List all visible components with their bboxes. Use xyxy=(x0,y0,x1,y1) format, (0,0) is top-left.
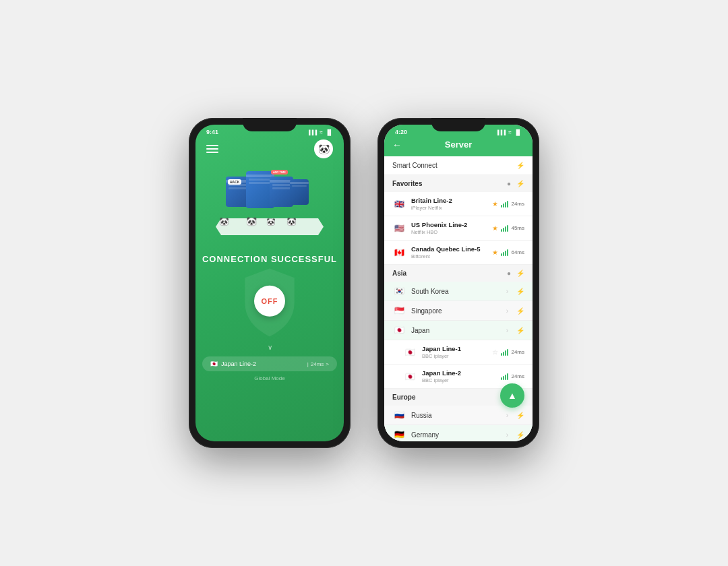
favorites-label: Favorites xyxy=(392,180,422,187)
left-phone: 9:41 ▐▐▐ ≈ ▐▌ 🐼 xyxy=(189,118,351,448)
favorites-bolt-icon: ⚡ xyxy=(516,180,524,187)
battery-right: ▐▌ xyxy=(514,129,522,135)
country-germany[interactable]: 🇩🇪 Germany › ⚡ xyxy=(384,425,533,441)
smart-connect-row[interactable]: Smart Connect ⚡ xyxy=(384,156,533,175)
left-header: 🐼 xyxy=(195,137,344,164)
us-info: US Phoenix Line-2 Netflix HBO xyxy=(411,221,487,235)
server-name-left: Japan Line-2 xyxy=(221,360,256,367)
status-icons-right: ▐▐▐ ≈ ▐▌ xyxy=(495,129,522,135)
singapore-chevron: › xyxy=(506,307,508,315)
panda-2: 🐼 xyxy=(246,216,257,226)
japan1-signal xyxy=(501,349,508,356)
britain-name: Britain Line-2 xyxy=(411,197,487,204)
fab-icon: ▲ xyxy=(508,390,517,401)
back-arrow[interactable]: ← xyxy=(392,139,402,150)
europe-label: Europe xyxy=(392,394,415,401)
flag-japan-2: 🇯🇵 xyxy=(403,372,417,381)
server-title: Server xyxy=(445,139,472,150)
flag-japan-1: 🇯🇵 xyxy=(403,348,417,357)
connection-text: CONNECTION SUCCESSFUL xyxy=(195,254,344,264)
flag-russia: 🇷🇺 xyxy=(392,410,406,420)
russia-chevron: › xyxy=(506,412,508,419)
right-phone: 4:20 ▐▐▐ ≈ ▐▌ ← Server Smart Connect ⚡ xyxy=(377,118,539,448)
south-korea-name: South Korea xyxy=(411,288,501,295)
japan-bolt: ⚡ xyxy=(516,327,524,334)
time-left: 9:41 xyxy=(206,129,218,135)
panda-4: 🐼 xyxy=(286,217,297,226)
shield-area: OFF xyxy=(195,265,344,340)
canada-latency: 64ms xyxy=(511,249,524,255)
country-russia[interactable]: 🇷🇺 Russia › ⚡ xyxy=(384,406,533,425)
wifi-left: ≈ xyxy=(320,129,322,135)
country-south-korea[interactable]: 🇰🇷 South Korea › ⚡ xyxy=(384,282,533,301)
favorites-dot-icon: ● xyxy=(507,180,511,187)
off-button[interactable]: OFF xyxy=(254,286,285,317)
japan-chevron: › xyxy=(506,327,508,334)
asia-dot-icon: ● xyxy=(507,270,511,277)
battery-left: ▐▌ xyxy=(326,129,333,135)
us-star: ★ xyxy=(492,224,498,232)
wifi-right: ≈ xyxy=(508,129,511,135)
fab-scroll-top[interactable]: ▲ xyxy=(500,383,524,408)
smart-connect-label: Smart Connect xyxy=(392,162,437,169)
britain-latency: 24ms xyxy=(511,201,524,207)
japan2-meta: 24ms xyxy=(501,373,524,380)
illustration-area: HACK ANY TIME 🐼 🐼 🐼 🐼 xyxy=(195,161,344,249)
status-icons-left: ▐▐▐ ≈ ▐▌ xyxy=(307,129,333,135)
us-meta: ★ 45ms xyxy=(492,224,524,232)
flag-south-korea: 🇰🇷 xyxy=(392,286,406,296)
signal-right: ▐▐▐ xyxy=(495,130,506,135)
off-label: OFF xyxy=(262,297,278,305)
panda-3: 🐼 xyxy=(266,218,276,226)
smart-connect-bolt: ⚡ xyxy=(516,162,524,169)
flag-britain: 🇬🇧 xyxy=(392,199,406,209)
notch-right xyxy=(431,118,485,131)
panda-avatar[interactable]: 🐼 xyxy=(314,139,333,158)
server-item-japan-1[interactable]: 🇯🇵 Japan Line-1 BBC iplayer ☆ 24ms xyxy=(384,340,533,365)
britain-signal xyxy=(501,201,508,208)
server-item-canada[interactable]: 🇨🇦 Canada Quebec Line-5 Bittorent ★ 64ms xyxy=(384,241,533,265)
britain-meta: ★ 24ms xyxy=(492,200,524,208)
asia-bolt-icon: ⚡ xyxy=(516,270,524,277)
server-item-britain[interactable]: 🇬🇧 Britain Line-2 iPlayer Netflix ★ 24ms xyxy=(384,192,533,216)
singapore-bolt: ⚡ xyxy=(516,307,524,315)
japan2-name: Japan Line-2 xyxy=(422,369,495,377)
time-right: 4:20 xyxy=(395,129,407,135)
germany-name: Germany xyxy=(411,431,501,439)
flag-canada: 🇨🇦 xyxy=(392,248,406,257)
signal-left: ▐▐▐ xyxy=(307,130,317,135)
canada-info: Canada Quebec Line-5 Bittorent xyxy=(411,245,487,259)
germany-chevron: › xyxy=(506,431,508,439)
japan2-signal xyxy=(501,373,508,380)
server-bar-meta: | 24ms > xyxy=(307,361,329,367)
menu-icon[interactable] xyxy=(206,145,218,153)
server-bar[interactable]: 🇯🇵 Japan Line-2 | 24ms > xyxy=(202,356,337,371)
japan1-meta: ☆ 24ms xyxy=(492,348,524,356)
canada-meta: ★ 64ms xyxy=(492,249,524,256)
japan1-sub: BBC iplayer xyxy=(422,353,487,359)
japan1-name: Japan Line-1 xyxy=(422,345,487,352)
japan-name: Japan xyxy=(411,327,501,334)
country-singapore[interactable]: 🇸🇬 Singapore › ⚡ xyxy=(384,301,533,321)
favorites-icons: ● ⚡ xyxy=(507,180,524,187)
canada-star: ★ xyxy=(492,249,498,256)
anytime-tag: ANY TIME xyxy=(271,170,288,175)
britain-star: ★ xyxy=(492,200,498,208)
south-korea-chevron: › xyxy=(506,288,508,295)
canada-signal xyxy=(501,249,508,256)
notch-left xyxy=(243,118,297,131)
server-item-us[interactable]: 🇺🇸 US Phoenix Line-2 Netflix HBO ★ 45ms xyxy=(384,216,533,241)
japan1-star: ☆ xyxy=(492,348,498,356)
japan2-info: Japan Line-2 BBC iplayer xyxy=(422,369,495,383)
country-japan[interactable]: 🇯🇵 Japan › ⚡ xyxy=(384,321,533,340)
chevron-right-left: > xyxy=(326,361,329,367)
server-header: ← Server xyxy=(384,137,533,156)
chevron-down-icon: ∨ xyxy=(195,344,344,351)
us-sub: Netflix HBO xyxy=(411,229,487,235)
japan1-info: Japan Line-1 BBC iplayer xyxy=(422,345,487,359)
right-screen: 4:20 ▐▐▐ ≈ ▐▌ ← Server Smart Connect ⚡ xyxy=(384,125,533,441)
flag-germany: 🇩🇪 xyxy=(392,430,406,439)
canada-name: Canada Quebec Line-5 xyxy=(411,245,487,253)
asia-label: Asia xyxy=(392,270,406,277)
divider-left: | xyxy=(307,361,309,367)
